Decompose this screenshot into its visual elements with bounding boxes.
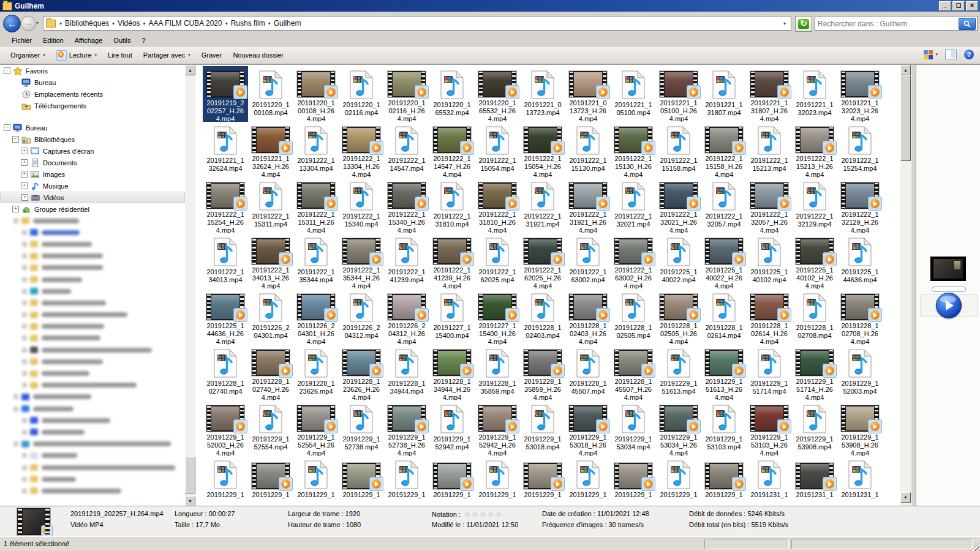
file-item[interactable]: 20191229_151613.mp4 xyxy=(656,345,701,400)
expand-toggle[interactable]: + xyxy=(12,206,19,212)
file-item[interactable]: 20191222_131921.mp4 xyxy=(520,178,565,233)
breadcrumb-separator-icon[interactable]: ▾ xyxy=(225,21,228,26)
file-item[interactable]: 20191229_151714_H.264.mp4 xyxy=(792,345,837,400)
sidebar-item-blurred[interactable] xyxy=(0,356,185,367)
file-item[interactable]: 20191228_102614.mp4 xyxy=(701,289,747,345)
breadcrumb-segment[interactable]: Bibliothèques xyxy=(65,19,109,28)
file-item[interactable]: 20191228_123626_H.264.mp4 xyxy=(339,345,384,400)
file-item[interactable]: 20191226_204312_H.264.mp4 xyxy=(384,289,429,345)
file-item[interactable]: 20191226_204301.mp4 xyxy=(248,289,293,345)
file-item[interactable]: 20191221_013723_H.264.mp4 xyxy=(565,66,611,122)
sidebar-item-blurred[interactable] xyxy=(0,462,185,473)
file-item[interactable]: 20191222_163002_H.264.mp4 xyxy=(611,233,656,289)
file-item[interactable]: 20191221_105100_H.264.mp4 xyxy=(656,66,701,122)
file-item[interactable]: 20191222_115311_H.264.mp4 xyxy=(293,178,339,233)
file-item[interactable]: 20191229_1 xyxy=(248,456,293,506)
file-item[interactable]: 20191229_1 xyxy=(611,456,656,506)
file-item[interactable]: 20191225_140022.mp4 xyxy=(656,233,701,289)
menu-item-affichage[interactable]: Affichage xyxy=(69,36,108,45)
views-button[interactable]: ▾ xyxy=(924,50,938,59)
collapse-toggle[interactable]: − xyxy=(4,67,10,74)
file-item[interactable]: 20191222_131921_H.264.mp4 xyxy=(565,178,611,233)
file-item[interactable]: 20191229_1 xyxy=(701,456,747,506)
maximize-button[interactable]: ❏ xyxy=(952,1,965,11)
file-item[interactable]: 20191222_113304_H.264.mp4 xyxy=(339,122,384,178)
sidebar-item-favoris[interactable]: −Favoris xyxy=(0,65,185,77)
file-item[interactable]: 20191221_131807.mp4 xyxy=(701,66,747,122)
sidebar-item-blurred[interactable] xyxy=(0,215,185,227)
file-item[interactable]: 20191229_153034.mp4 xyxy=(611,400,656,456)
breadcrumb[interactable]: ▾ Bibliothèques▾Vidéos▾AAA FILM CUBA 202… xyxy=(43,16,791,31)
file-item[interactable]: 20191229_1 xyxy=(384,456,429,506)
minimize-button[interactable]: _ xyxy=(939,1,951,11)
sidebar-scrollbar[interactable]: ▲ ▼ xyxy=(185,65,195,506)
file-item[interactable]: 20191229_1 xyxy=(339,456,384,506)
menu-item-edition[interactable]: Edition xyxy=(37,36,69,45)
file-item[interactable]: 20191222_135344_H.264.mp4 xyxy=(339,233,384,289)
file-item[interactable]: 20191226_204301_H.264.mp4 xyxy=(293,289,339,345)
file-item[interactable]: 20191222_162025.mp4 xyxy=(475,233,520,289)
file-item[interactable]: 20191222_115213_H.264.mp4 xyxy=(792,122,837,178)
play-button[interactable] xyxy=(936,293,962,318)
help-button[interactable]: ? xyxy=(964,50,974,59)
file-item[interactable]: 20191229_1 xyxy=(475,456,520,506)
toolbar-partager-avec-button[interactable]: Partager avec▾ xyxy=(138,49,196,61)
file-item[interactable]: 20191220_100108.mp4 xyxy=(248,66,293,122)
file-item[interactable]: 20191231_1 xyxy=(747,456,792,506)
breadcrumb-separator-icon[interactable]: ▾ xyxy=(143,21,146,26)
sidebar-item-blurred[interactable] xyxy=(0,238,185,250)
file-item[interactable]: 20191222_115054_H.264.mp4 xyxy=(520,122,565,178)
file-item[interactable]: 20191222_115340_H.264.mp4 xyxy=(384,178,429,233)
expand-toggle[interactable]: + xyxy=(21,182,28,189)
file-item[interactable]: 20191231_1 xyxy=(837,456,883,506)
sidebar-item-blurred[interactable] xyxy=(0,473,185,485)
collapse-toggle[interactable]: − xyxy=(4,124,10,131)
file-item[interactable]: 20191229_151613_H.264.mp4 xyxy=(701,345,747,400)
file-item[interactable]: 20191231_1 xyxy=(792,456,837,506)
breadcrumb-separator-icon[interactable]: ▾ xyxy=(112,21,115,26)
file-item[interactable]: 20191229_151714.mp4 xyxy=(747,345,792,400)
pane-splitter[interactable] xyxy=(911,65,916,506)
sidebar-item-blurred[interactable] xyxy=(0,274,185,285)
file-item[interactable]: 20191222_115340.mp4 xyxy=(339,178,384,233)
sidebar-item-images[interactable]: +Images xyxy=(0,168,185,180)
file-item[interactable]: 20191221_013723.mp4 xyxy=(520,66,565,122)
chevron-down-icon[interactable]: ▾ xyxy=(59,21,62,26)
sidebar-item-blurred[interactable] xyxy=(0,367,185,379)
sidebar-item-blurred[interactable] xyxy=(0,414,185,426)
file-item[interactable]: 20191229_152554.mp4 xyxy=(248,400,293,456)
file-item[interactable]: 20191222_132129_H.264.mp4 xyxy=(837,178,883,233)
file-item[interactable]: 20191228_123626.mp4 xyxy=(293,345,339,400)
sidebar-item-blurred[interactable] xyxy=(0,250,185,262)
file-item[interactable]: 20191222_135344.mp4 xyxy=(293,233,339,289)
file-item[interactable]: 20191222_115254_H.264.mp4 xyxy=(203,178,248,233)
sidebar-item-groupe-résidentiel[interactable]: +Groupe résidentiel xyxy=(0,203,185,215)
breadcrumb-dropdown-icon[interactable]: ▾ xyxy=(783,21,786,26)
file-item[interactable]: 20191222_115311.mp4 xyxy=(248,178,293,233)
file-item[interactable]: 20191222_132057_H.264.mp4 xyxy=(747,178,792,233)
file-item[interactable]: 20191222_115158.mp4 xyxy=(656,122,701,178)
file-item[interactable]: 20191229_152003.mp4 xyxy=(837,345,883,400)
file-item[interactable]: 20191228_134944.mp4 xyxy=(384,345,429,400)
file-item[interactable]: 20191229_153103.mp4 xyxy=(701,400,747,456)
expand-toggle[interactable]: + xyxy=(21,148,28,154)
menu-item-fichier[interactable]: Fichier xyxy=(6,36,37,45)
sidebar-item-blurred[interactable] xyxy=(0,426,185,438)
breadcrumb-separator-icon[interactable]: ▾ xyxy=(268,21,271,26)
file-item[interactable]: 20191227_115400.mp4 xyxy=(429,289,475,345)
sidebar-item-captures-d-écran[interactable]: +Captures d'écran xyxy=(0,145,185,157)
file-item[interactable]: 20191220_165532_H.264.mp4 xyxy=(475,66,520,122)
file-item[interactable]: 20191229_153908.mp4 xyxy=(792,400,837,456)
expand-toggle[interactable]: + xyxy=(21,159,28,166)
file-item[interactable]: 20191222_132129.mp4 xyxy=(792,178,837,233)
search-button[interactable] xyxy=(959,18,976,30)
search-input[interactable] xyxy=(816,18,957,30)
file-item[interactable]: 20191222_115158_H.264.mp4 xyxy=(701,122,747,178)
file-item[interactable]: 20191228_134944_H.264.mp4 xyxy=(429,345,475,400)
refresh-button[interactable]: ↻ xyxy=(795,16,812,32)
file-item[interactable]: 20191228_135859_H.264.mp4 xyxy=(520,345,565,400)
file-item[interactable]: 20191219_202257_H.264.mp4 xyxy=(203,66,248,122)
file-item[interactable]: 20191222_114547_H.264.mp4 xyxy=(429,122,475,178)
breadcrumb-segment[interactable]: Rushs film xyxy=(231,19,265,28)
toolbar-organiser-button[interactable]: Organiser▾ xyxy=(5,49,51,61)
